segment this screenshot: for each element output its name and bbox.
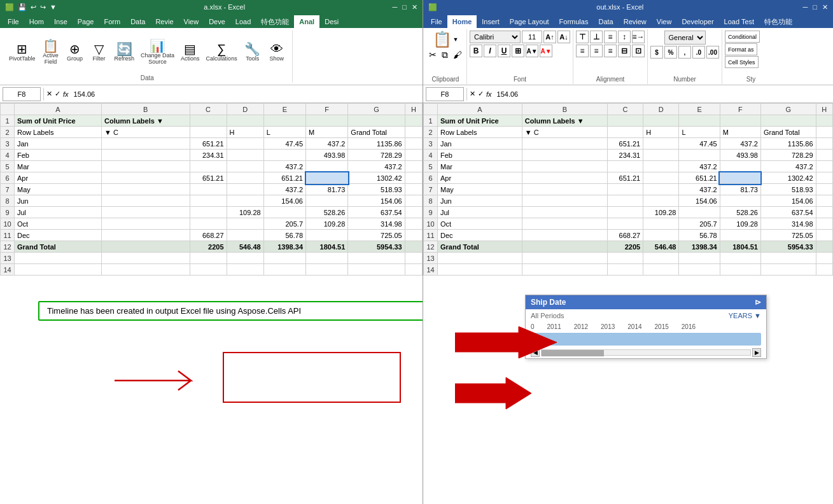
table-row[interactable] [816,195,832,207]
table-row[interactable]: 1398.34 [679,241,720,253]
table-row[interactable]: 5954.33 [760,241,816,253]
tab-desi-left[interactable]: Desi [319,15,344,28]
table-row[interactable]: 109.28 [643,207,679,218]
refresh-button[interactable]: 🔄 Refresh [112,41,137,63]
table-row[interactable] [102,150,190,161]
table-row[interactable] [263,150,305,161]
table-row[interactable]: 81.73 [720,184,760,195]
bold-button[interactable]: B [470,45,482,57]
table-row[interactable]: 518.93 [760,184,816,195]
table-row[interactable] [522,207,607,218]
table-row[interactable]: May [15,184,102,195]
table-row[interactable] [306,195,348,207]
table-row[interactable] [405,218,422,230]
table-row[interactable] [227,150,263,161]
table-row[interactable] [263,115,305,127]
table-row[interactable]: ▼ C [522,127,607,138]
table-row[interactable]: Jun [15,195,102,207]
table-row[interactable] [190,184,227,195]
table-row[interactable] [816,218,832,230]
percent-button[interactable]: % [664,46,677,59]
table-row[interactable] [760,264,816,276]
table-row[interactable] [405,264,422,276]
table-row[interactable] [102,218,190,230]
format-as-table-button[interactable]: Format as [725,43,757,55]
table-row[interactable]: May [438,184,522,195]
align-left-button[interactable]: ≡ [576,45,589,57]
restore-icon[interactable]: □ [402,3,407,11]
copy-button[interactable]: ⧉ [440,49,450,60]
table-row[interactable]: Oct [438,218,522,230]
table-row[interactable] [227,172,263,184]
tab-view-left[interactable]: View [179,15,204,28]
table-row[interactable]: Oct [15,218,102,230]
tab-page-left[interactable]: Page [73,15,99,28]
table-row[interactable] [679,253,720,264]
table-row[interactable]: 2205 [190,241,227,253]
table-row[interactable]: 437.2 [679,184,720,195]
tab-insert-left[interactable]: Inse [49,15,73,28]
table-row[interactable] [522,150,607,161]
table-row[interactable] [607,264,643,276]
table-row[interactable]: Grand Total [348,127,405,138]
table-row[interactable] [607,127,643,138]
table-row[interactable]: 109.28 [306,218,348,230]
right-cell-ref-input[interactable] [426,87,464,101]
cancel-formula-icon[interactable]: ✕ [46,90,52,98]
table-row[interactable]: 518.93 [348,184,405,195]
table-row[interactable] [643,264,679,276]
active-field-button[interactable]: 📋 ActiveField [39,38,62,66]
timeline-bar[interactable] [531,333,761,346]
timeline-filter-icon[interactable]: ⊳ [755,298,761,307]
text-direction-button[interactable]: ↕ [618,31,631,43]
pivottable-button[interactable]: ⊞ PivotTable [6,41,38,63]
table-row[interactable]: 234.31 [190,150,227,161]
timeline-scroll-right-button[interactable]: ▶ [752,348,761,357]
table-row[interactable]: Grand Total [15,241,102,253]
table-row[interactable]: Row Labels [15,127,102,138]
right-col-D[interactable]: D [643,104,679,115]
table-row[interactable]: Grand Total [438,241,522,253]
table-row[interactable] [679,207,720,218]
table-row[interactable] [522,195,607,207]
table-row[interactable]: 651.21 [607,172,643,184]
table-row[interactable] [522,230,607,241]
table-row[interactable]: 205.7 [263,218,305,230]
right-formula-input[interactable] [494,87,830,101]
align-center-button[interactable]: ≡ [590,45,603,57]
align-right-button[interactable]: ≡ [604,45,617,57]
tab-anal-left[interactable]: Anal [294,15,319,28]
table-row[interactable] [643,161,679,172]
table-row[interactable]: 1302.42 [348,172,405,184]
table-row[interactable] [348,264,405,276]
right-tab-special[interactable]: 特色功能 [759,15,797,28]
table-row[interactable]: Sum of Unit Price [438,115,522,127]
table-row[interactable] [405,207,422,218]
table-row[interactable] [643,253,679,264]
table-row[interactable]: Column Labels ▼ [522,115,607,127]
table-row[interactable]: 154.06 [679,195,720,207]
table-row[interactable] [348,115,405,127]
table-row[interactable]: M [720,127,760,138]
right-tab-data[interactable]: Data [593,15,618,28]
right-tab-loadtest[interactable]: Load Test [719,15,760,28]
right-sheet-scroll[interactable]: A B C D E F G H 1Sum of Unit PriceColumn… [423,103,833,504]
table-row[interactable]: 154.06 [263,195,305,207]
table-row[interactable] [190,161,227,172]
table-row[interactable]: 314.98 [348,218,405,230]
left-cell-ref-input[interactable] [3,87,41,101]
table-row[interactable] [607,184,643,195]
table-row[interactable] [816,161,832,172]
table-row[interactable] [102,161,190,172]
table-row[interactable] [190,253,227,264]
table-row[interactable] [720,115,760,127]
table-row[interactable]: 528.26 [306,207,348,218]
right-tab-insert[interactable]: Insert [477,15,505,28]
table-row[interactable] [306,264,348,276]
table-row[interactable] [306,161,348,172]
table-row[interactable]: 47.45 [263,138,305,150]
table-row[interactable] [227,184,263,195]
increase-font-button[interactable]: A↑ [543,31,556,43]
table-row[interactable] [522,172,607,184]
table-row[interactable] [102,207,190,218]
